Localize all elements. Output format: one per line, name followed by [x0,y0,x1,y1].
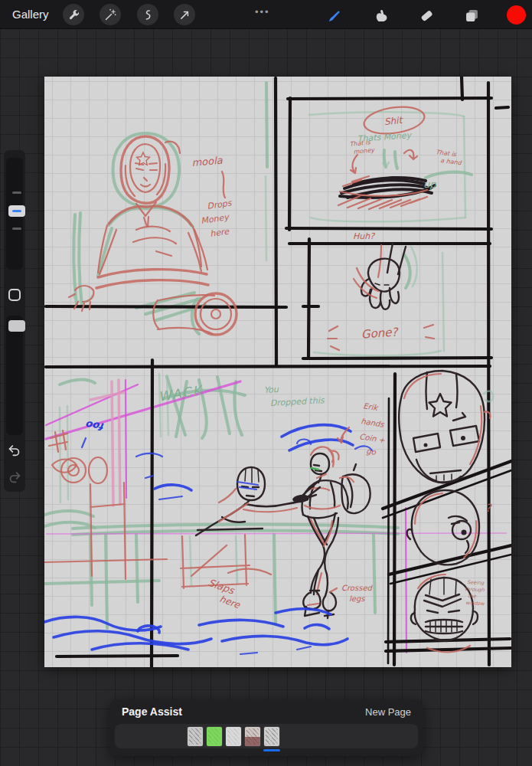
sketch-artwork: moola Drops Money here Shit Thats Money … [44,77,511,667]
slider-tick [12,228,21,230]
opacity-slider[interactable] [6,316,23,435]
opacity-handle[interactable] [8,320,25,332]
adjustments-button[interactable] [100,4,121,25]
page-thumbnail-3[interactable] [226,727,241,746]
undo-button[interactable] [7,444,22,459]
selection-button[interactable] [137,4,158,25]
eraser-tool-button[interactable] [416,5,436,25]
side-toolbar [4,150,25,492]
thumbnail-image [264,727,279,746]
slider-tick [12,192,21,194]
annotation-drops: Drops [207,198,233,211]
modify-button[interactable] [8,289,21,301]
annotation-huh: Huh? [353,231,375,241]
annotation-legs: legs [349,594,365,604]
annotation-crossed: Crossed [341,584,374,592]
thumbnail-image [188,727,203,746]
procreate-app: Gallery [0,0,532,766]
page-assist-header: Page Assist New Page [109,699,423,718]
annotation-wack: WACK [157,382,204,404]
annotation-foo: foo [85,419,105,433]
active-page-indicator [263,749,280,751]
annotation-here: here [210,226,231,238]
annotation-slaps-here: here [218,594,243,611]
annotation-you-dropped-2: Dropped this [269,395,325,408]
annotation-that-is-money-2: money [353,146,375,155]
magic-wand-icon [104,8,117,21]
paint-brush-icon [327,8,343,24]
thumbnail-image [245,727,260,746]
eraser-icon [419,8,435,24]
smudge-tool-button[interactable] [370,5,390,25]
annotation-seeing-1: Seeing [467,579,485,586]
annotation-money: Money [201,212,230,226]
annotation-you-dropped-1: You [263,385,279,395]
annotation-erik-3: Coin + [359,432,387,444]
brush-size-slider[interactable] [6,158,23,270]
layers-icon [464,8,480,24]
wrench-icon [67,8,80,21]
redo-button[interactable] [7,470,22,486]
thumbnail-image [207,727,222,746]
color-swatch-button[interactable] [507,5,526,25]
annotation-seeing-2: through [465,586,485,593]
top-toolbar: Gallery [0,0,532,29]
redo-icon [7,470,22,486]
thumbnail-image [226,727,241,746]
brush-tool-button[interactable] [325,5,344,25]
arrow-cursor-icon [178,8,191,21]
smudge-finger-icon [373,8,389,24]
undo-icon [7,444,22,459]
page-thumbnail-2[interactable] [207,727,222,746]
annotation-that-is-a-hand-2: a hand [440,157,462,166]
transform-button[interactable] [174,4,195,25]
annotation-seeing-4: window [465,600,485,607]
annotation-gone: Gone? [361,325,400,341]
brush-size-handle[interactable] [8,205,25,217]
annotation-erik-1: Erik [363,401,380,412]
page-assist-title: Page Assist [122,705,182,718]
annotation-erik-4: go [366,447,377,457]
overflow-menu[interactable]: ••• [255,6,270,18]
annotation-moola: moola [191,154,224,169]
drawing-canvas[interactable]: moola Drops Money here Shit Thats Money … [44,77,511,667]
page-thumbnail-1[interactable] [188,727,203,746]
page-assist-panel: Page Assist New Page [109,699,423,756]
annotation-question-mark: ? [485,502,492,514]
new-page-button[interactable]: New Page [365,706,411,718]
layers-button[interactable] [462,5,481,25]
page-thumbnail-strip [115,724,418,748]
page-thumbnail-5-active[interactable] [264,727,279,746]
annotation-seeing-3: the [468,593,477,600]
selection-s-icon [142,8,155,21]
annotation-shit: Shit [383,115,404,128]
gallery-button[interactable]: Gallery [12,8,49,21]
size-accent-dash [12,210,21,213]
actions-button[interactable] [63,4,84,25]
annotation-up: up [423,178,436,190]
annotation-that-is-a-hand-1: That is [436,149,458,158]
annotation-erik-2: hands [361,417,385,429]
page-thumbnail-4[interactable] [245,727,260,746]
